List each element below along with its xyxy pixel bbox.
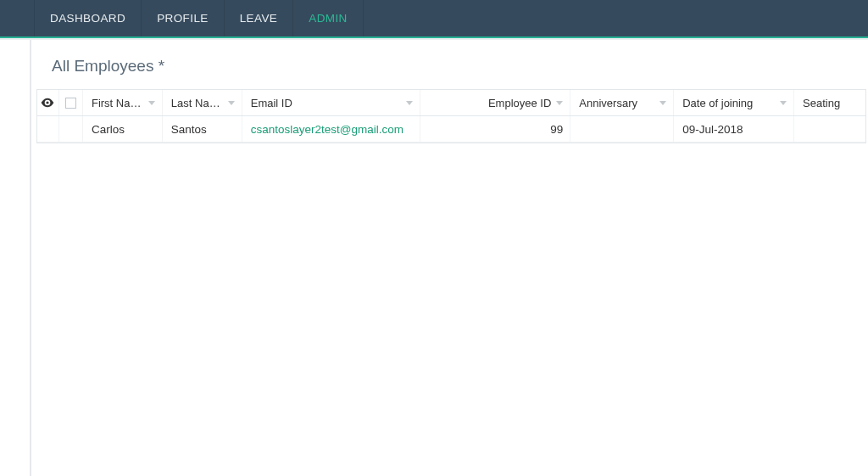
- side-panel-stub: [0, 40, 31, 476]
- column-label: Date of joining: [682, 97, 753, 109]
- column-view[interactable]: [37, 90, 59, 115]
- top-nav: DASHBOARD PROFILE LEAVE ADMIN: [0, 0, 868, 38]
- nav-leave[interactable]: LEAVE: [225, 0, 294, 36]
- column-label: Anniversary: [579, 97, 637, 109]
- chevron-down-icon: [556, 101, 563, 105]
- column-label: Employee ID: [488, 97, 551, 109]
- eye-icon: [41, 98, 54, 108]
- column-label: Email ID: [251, 97, 292, 109]
- row-last-name: Santos: [163, 116, 242, 142]
- column-employee-id[interactable]: Employee ID: [420, 90, 571, 115]
- employees-grid: First Na… Last Na… Email ID Employee ID …: [36, 89, 866, 143]
- page-title: All Employees *: [31, 40, 868, 89]
- column-email[interactable]: Email ID: [242, 90, 420, 115]
- nav-admin[interactable]: ADMIN: [293, 0, 364, 36]
- svg-point-0: [47, 101, 49, 104]
- row-employee-id: 99: [420, 116, 571, 142]
- column-last-name[interactable]: Last Na…: [163, 90, 242, 115]
- chevron-down-icon: [228, 101, 235, 105]
- chevron-down-icon: [780, 101, 787, 105]
- column-anniversary[interactable]: Anniversary: [570, 90, 674, 115]
- column-checkbox[interactable]: [59, 90, 83, 115]
- column-label: First Na…: [92, 97, 142, 109]
- row-checkbox-cell[interactable]: [59, 116, 83, 142]
- column-label: Seating: [803, 97, 840, 109]
- row-date-of-joining: 09-Jul-2018: [674, 116, 794, 142]
- email-link[interactable]: csantoslayer2test@gmail.com: [251, 123, 403, 136]
- chevron-down-icon: [406, 101, 413, 105]
- chevron-down-icon: [148, 101, 155, 105]
- page-content: All Employees * First Na… Last Na… E: [31, 40, 868, 476]
- table-row[interactable]: Carlos Santos csantoslayer2test@gmail.co…: [37, 116, 865, 143]
- row-first-name: Carlos: [83, 116, 163, 142]
- checkbox-all[interactable]: [65, 98, 76, 109]
- nav-profile[interactable]: PROFILE: [142, 0, 225, 36]
- column-date-of-joining[interactable]: Date of joining: [674, 90, 794, 115]
- row-email: csantoslayer2test@gmail.com: [242, 116, 420, 142]
- row-seating: [794, 116, 865, 142]
- column-label: Last Na…: [171, 97, 220, 109]
- row-anniversary: [570, 116, 674, 142]
- row-view-cell: [37, 116, 59, 142]
- column-seating[interactable]: Seating: [794, 90, 865, 115]
- column-first-name[interactable]: First Na…: [83, 90, 163, 115]
- nav-dashboard[interactable]: DASHBOARD: [34, 0, 142, 36]
- grid-header-row: First Na… Last Na… Email ID Employee ID …: [37, 90, 865, 116]
- chevron-down-icon: [659, 101, 666, 105]
